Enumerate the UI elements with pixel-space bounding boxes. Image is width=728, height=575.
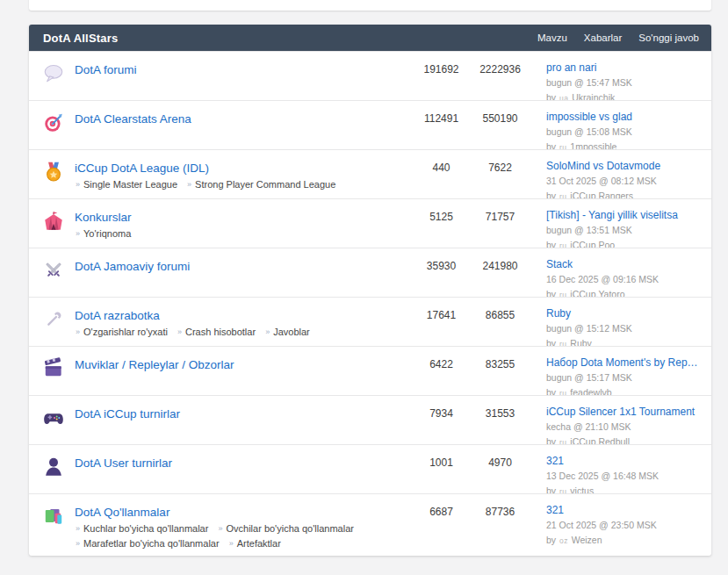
lastpost-title-link[interactable]: SoloMind vs Dotavmode <box>546 160 699 172</box>
forum-name-link[interactable]: DotA forumi <box>75 62 137 77</box>
lastpost-title-link[interactable]: Stack <box>546 258 699 270</box>
posts-count: 86855 <box>471 307 530 322</box>
column-header-posts: Xabarlar <box>584 32 622 43</box>
topics-count: 7934 <box>412 406 471 420</box>
wrench-icon <box>29 308 75 331</box>
lastpost-user[interactable]: 1mpossible <box>570 141 616 149</box>
forum-name-link[interactable]: DotA razrabotka <box>75 308 160 323</box>
lastpost-time: bugun @ 15:17 MSK <box>546 372 699 384</box>
column-header-lastpost: So'nggi javob <box>638 32 699 43</box>
subforum-link[interactable]: O'zgarishlar ro'yxati <box>83 327 168 337</box>
forum-row: DotA iCCup turnirlar 7934 31553 iCCup Si… <box>29 395 711 444</box>
lastpost-title-link[interactable]: 321 <box>546 455 699 467</box>
posts-count: 4970 <box>471 455 530 470</box>
lastpost-user[interactable]: Weizen <box>572 535 602 545</box>
subforum-bullet: » <box>76 539 80 548</box>
lastpost-title-link[interactable]: Ruby <box>546 307 699 320</box>
lastpost-title-link[interactable]: impossible vs glad <box>546 111 699 123</box>
forum-name-link[interactable]: Muviklar / Repleylar / Obzorlar <box>75 357 234 372</box>
lastpost-time: 31 Oct 2025 @ 08:12 MSK <box>546 176 699 187</box>
subforum-link[interactable]: Artefaktlar <box>237 538 281 549</box>
forum-category-panel: DotA AllStars Mavzu Xabarlar So'nggi jav… <box>29 25 711 556</box>
forum-name-link[interactable]: DotA iCCup turnirlar <box>75 406 180 421</box>
category-header: DotA AllStars Mavzu Xabarlar So'nggi jav… <box>29 25 711 51</box>
crossed-swords-icon <box>29 259 75 282</box>
subforum-list: »Kuchlar bo'yicha qo'llanmalar »Ovchilar… <box>75 522 412 535</box>
lastpost-user[interactable]: Ukrainchik <box>572 92 615 100</box>
subforum-bullet: » <box>177 327 182 336</box>
subforum-link[interactable]: Strong Player Command League <box>195 179 335 190</box>
by-label: by <box>546 92 556 100</box>
subforum-link[interactable]: Ovchilar bo'yicha qo'llanmalar <box>226 523 353 534</box>
lastpost-title-link[interactable]: iCCup Silencer 1x1 Tournament <box>546 406 699 418</box>
lastpost-user[interactable]: iCCup.Yatoro <box>570 289 624 297</box>
by-label: by <box>546 141 556 149</box>
by-label: by <box>546 535 556 545</box>
country-flag: ru <box>559 143 567 149</box>
lastpost-time: 21 Oct 2025 @ 23:50 MSK <box>546 520 699 531</box>
by-label: by <box>546 240 556 248</box>
lastpost-user[interactable]: iCCup.Poo <box>570 240 615 248</box>
country-flag: ru <box>559 438 567 444</box>
posts-count: 2222936 <box>471 61 530 76</box>
subforum-bullet: » <box>187 180 191 189</box>
country-flag: ru <box>559 192 567 198</box>
lastpost-time: 13 Dec 2025 @ 16:48 MSK <box>546 471 699 482</box>
country-flag: oz <box>559 536 569 545</box>
books-icon <box>29 505 75 528</box>
lastpost-user[interactable]: iCCup.Rangers <box>570 190 633 198</box>
subforum-link[interactable]: Single Master League <box>83 179 177 190</box>
subforum-link[interactable]: Marafetlar bo'yicha qo'llanmalar <box>83 538 220 549</box>
lastpost-user[interactable]: iCCup.Redbull <box>570 436 630 444</box>
subforum-link[interactable]: Javoblar <box>273 327 310 337</box>
by-label: by <box>546 436 556 444</box>
topics-count: 1001 <box>412 455 471 470</box>
topics-count: 35930 <box>412 258 471 273</box>
subforum-link[interactable]: Yo'riqnoma <box>83 228 131 239</box>
subforum-list: »Yo'riqnoma <box>75 227 412 240</box>
forum-name-link[interactable]: DotA Jamoaviy forumi <box>75 259 190 274</box>
forum-name-link[interactable]: DotA Clearstats Arena <box>75 111 191 126</box>
subforum-list: »Single Master League »Strong Player Com… <box>75 178 412 190</box>
forum-row: DotA Clearstats Arena 112491 550190 impo… <box>29 100 711 149</box>
posts-count: 83255 <box>471 356 530 371</box>
lastpost-title-link[interactable]: Набор Dota Moment's by Replay Team <box>546 356 699 369</box>
user-icon <box>29 456 75 478</box>
lastpost-title-link[interactable]: 321 <box>546 504 699 516</box>
forum-name-link[interactable]: Konkurslar <box>75 210 132 225</box>
category-title: DotA AllStars <box>43 32 521 45</box>
forum-row: DotA User turnirlar 1001 4970 321 13 Dec… <box>29 444 711 493</box>
topics-count: 440 <box>412 160 471 175</box>
dartboard-icon <box>29 111 75 134</box>
speech-balloon-icon <box>29 62 75 85</box>
lastpost-user[interactable]: Ruby <box>570 338 592 346</box>
lastpost-time: bugun @ 15:12 MSK <box>546 323 699 334</box>
subforum-bullet: » <box>76 180 80 189</box>
subforum-bullet: » <box>76 229 80 238</box>
forum-name-link[interactable]: DotA Qo'llanmalar <box>75 505 169 520</box>
subforum-link[interactable]: Kuchlar bo'yicha qo'llanmalar <box>83 523 208 534</box>
country-flag: ua <box>559 94 569 100</box>
lastpost-user[interactable]: feadewlvb <box>570 387 611 395</box>
lastpost-user[interactable]: victus <box>570 485 594 493</box>
lastpost-time: bugun @ 15:08 MSK <box>546 126 699 138</box>
by-label: by <box>546 289 556 297</box>
topics-count: 112491 <box>412 111 471 126</box>
posts-count: 71757 <box>471 209 530 224</box>
posts-count: 241980 <box>471 258 530 273</box>
country-flag: ru <box>559 389 567 395</box>
subforum-bullet: » <box>229 539 234 548</box>
lastpost-title-link[interactable]: [Tikish] - Yangi yillik viselitsa <box>546 209 699 221</box>
by-label: by <box>546 338 556 346</box>
by-label: by <box>546 485 556 493</box>
subforum-link[interactable]: Crash hisobotlar <box>185 327 256 337</box>
subforum-bullet: » <box>265 327 270 336</box>
forum-name-link[interactable]: DotA User turnirlar <box>75 456 172 471</box>
forum-name-link[interactable]: iCCup DotA League (IDL) <box>75 161 209 176</box>
subforum-bullet: » <box>76 327 80 336</box>
country-flag: ru <box>559 241 567 248</box>
forum-row: DotA razrabotka »O'zgarishlar ro'yxati »… <box>29 297 711 346</box>
lastpost-time: bugun @ 15:47 MSK <box>546 77 699 89</box>
lastpost-title-link[interactable]: pro an nari <box>546 61 699 74</box>
posts-count: 550190 <box>471 111 530 126</box>
